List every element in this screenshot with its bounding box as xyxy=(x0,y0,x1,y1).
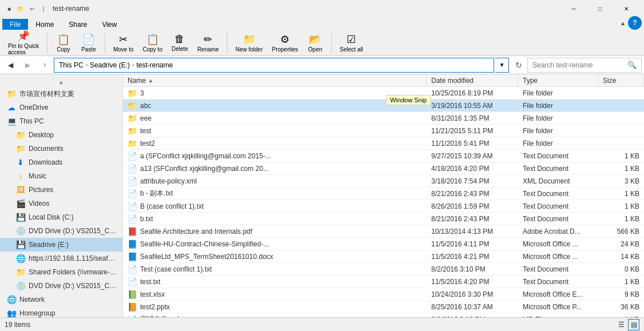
table-row[interactable]: 📄 b.txt 8/21/2016 2:43 PM Text Document … xyxy=(123,213,644,225)
table-row[interactable]: 📁 test 11/21/2015 5:11 PM File folder xyxy=(123,125,644,137)
sidebar-homegroup-label: Homegroup xyxy=(19,309,55,317)
file-name: Seafile-HU-Contract-Chinese-Simplified-.… xyxy=(140,240,269,248)
open-button[interactable]: 📂 Open xyxy=(304,32,327,54)
table-row[interactable]: 📄 Test (case conflict 1).txt 8/2/2016 3:… xyxy=(123,263,644,276)
file-name-cell: 📄 Test (case conflict 1).txt xyxy=(123,265,427,274)
sidebar-music-label: Music xyxy=(29,172,46,180)
file-name-cell: 📕 Seafile Architecture and Internals.pdf xyxy=(123,227,427,236)
delete-button[interactable]: 🗑 Delete xyxy=(168,32,192,53)
back-button[interactable]: ◀ xyxy=(2,58,18,73)
sidebar-item-downloads[interactable]: ⬇ Downloads xyxy=(0,155,122,169)
path-testrename: test-rename xyxy=(136,61,173,69)
file-type-cell: Adobe Acrobat D... xyxy=(518,228,598,236)
ribbon-collapse-icon[interactable]: ▲ xyxy=(620,20,626,26)
table-row[interactable]: 📄 test.txt 11/5/2016 4:20 PM Text Docume… xyxy=(123,276,644,288)
sidebar-item-thispc[interactable]: 💻 This PC xyxy=(0,114,122,128)
sidebar-item-shared[interactable]: 📁 Shared Folders (\\vmware-ho... xyxy=(0,265,122,279)
refresh-button[interactable]: ↻ xyxy=(511,58,526,73)
maximize-button[interactable]: □ xyxy=(587,0,613,17)
sidebar-item-network[interactable]: 🌐 Network xyxy=(0,293,122,306)
col-size-label: Size xyxy=(603,77,616,85)
file-name-cell: 📁 test xyxy=(123,126,427,135)
sidebar-thispc-label: This PC xyxy=(19,117,44,125)
main-layout: ▲ 📁 市场宣传材料文案 ☁ OneDrive 💻 This PC 📁 Desk… xyxy=(0,74,644,317)
col-header-name[interactable]: Name ▲ xyxy=(123,74,427,86)
table-row[interactable]: 📄 a (SFConflict xjqkilling@gmail.com 201… xyxy=(123,150,644,162)
help-button[interactable]: ? xyxy=(628,16,642,30)
copy-button[interactable]: 📋 Copy xyxy=(52,32,75,54)
sidebar-item-https[interactable]: 🌐 https://192.168.1.115/seafda... xyxy=(0,252,122,265)
sidebar-item-homegroup[interactable]: 👥 Homegroup xyxy=(0,306,122,317)
file-name: test2 xyxy=(140,139,155,147)
table-row[interactable]: 📁 3 10/25/2016 8:19 PM File folder xyxy=(123,87,644,99)
table-row[interactable]: 📁 test2 11/1/2016 5:41 PM File folder xyxy=(123,137,644,150)
table-row[interactable]: 📄 a13 (SFConflict xjqkilling@gmail.com 2… xyxy=(123,162,644,175)
sidebar-item-dvd2[interactable]: 💿 DVD Drive (D:) VS2015_COM_E... xyxy=(0,279,122,293)
file-size-cell: 3 KB xyxy=(598,177,644,185)
videos-icon: 🎬 xyxy=(16,199,25,208)
paste-button[interactable]: 📄 Paste xyxy=(77,32,100,54)
rename-button[interactable]: ✏ Rename xyxy=(194,32,222,54)
sidebar-item-music[interactable]: ♪ Music xyxy=(0,169,122,183)
close-button[interactable]: ✕ xyxy=(613,0,639,17)
sidebar-localdisk-label: Local Disk (C:) xyxy=(29,213,74,221)
details-view-button[interactable]: ▤ xyxy=(628,319,639,330)
col-header-size[interactable]: Size xyxy=(598,74,644,86)
table-row[interactable]: 📕 Seafile Architecture and Internals.pdf… xyxy=(123,225,644,238)
pin-to-quick-button[interactable]: 📌 Pin to Quickaccess xyxy=(5,29,42,57)
col-header-date[interactable]: Date modified xyxy=(427,74,518,86)
sidebar-item-videos[interactable]: 🎬 Videos xyxy=(0,197,122,210)
sidebar-item-localdisk[interactable]: 💾 Local Disk (C:) xyxy=(0,210,122,224)
move-button[interactable]: ✂ Move to xyxy=(110,32,137,54)
file-name-cell: 📁 abc xyxy=(123,101,427,110)
table-row[interactable]: 📄 attribute-policy.xml 3/18/2016 7:54 PM… xyxy=(123,175,644,188)
file-icon: 📄 xyxy=(128,202,137,211)
table-row[interactable]: 📁 eee 8/31/2016 1:35 PM File folder xyxy=(123,112,644,125)
list-view-button[interactable]: ☰ xyxy=(615,319,627,330)
properties-button[interactable]: ⚙ Properties xyxy=(269,32,302,54)
new-folder-button[interactable]: 📁 New folder xyxy=(232,32,267,54)
search-icon[interactable]: 🔍 xyxy=(627,61,637,69)
address-path[interactable]: This PC › Seadrive (E:) › test-rename xyxy=(54,58,494,73)
tab-view[interactable]: View xyxy=(94,19,124,30)
https-icon: 🌐 xyxy=(16,254,25,263)
file-type-cell: File folder xyxy=(518,102,598,110)
sidebar-item-onedrive[interactable]: ☁ OneDrive xyxy=(0,101,122,114)
new-folder-label: New folder xyxy=(236,46,263,53)
file-size-cell: 1 KB xyxy=(598,202,644,210)
search-input[interactable] xyxy=(532,61,625,69)
table-row[interactable]: 📄 B (case conflict 1).txt 8/26/2016 1:59… xyxy=(123,200,644,213)
sidebar-item-seadrive[interactable]: 💾 Seadrive (E:) xyxy=(0,238,122,252)
address-dropdown-button[interactable]: ▼ xyxy=(495,58,509,73)
file-type-cell: Microsoft Office ... xyxy=(518,253,598,261)
table-row[interactable]: 📘 Seafile-HU-Contract-Chinese-Simplified… xyxy=(123,238,644,250)
sidebar-scroll-up[interactable]: ▲ xyxy=(0,77,122,87)
sidebar-item-top-folder[interactable]: 📁 市场宣传材料文案 xyxy=(0,87,122,101)
sidebar-item-desktop[interactable]: 📁 Desktop xyxy=(0,128,122,142)
file-type-cell: MD File xyxy=(518,316,598,318)
music-icon: ♪ xyxy=(16,172,25,181)
copy-to-button[interactable]: 📋 Copy to xyxy=(140,32,166,54)
table-row[interactable]: 📗 test.xlsx 10/24/2016 3:30 PM Microsoft… xyxy=(123,288,644,301)
minimize-button[interactable]: ─ xyxy=(560,0,587,17)
address-bar: ◀ ▶ ↑ This PC › Seadrive (E:) › test-ren… xyxy=(0,56,644,74)
tab-share[interactable]: Share xyxy=(61,19,94,30)
file-type-cell: Text Document xyxy=(518,265,598,273)
title-bar-app-icons: ■ 📁 ↩ | xyxy=(5,4,48,13)
select-all-button[interactable]: ☑ Select all xyxy=(336,32,367,54)
sidebar-item-dvd1[interactable]: 💿 DVD Drive (D:) VS2015_COM_... xyxy=(0,224,122,238)
up-button[interactable]: ↑ xyxy=(37,58,53,73)
table-row[interactable]: 📁 abc 3/19/2016 10:55 AM File folder Win… xyxy=(123,99,644,112)
file-name-cell: 📁 eee xyxy=(123,114,427,123)
table-row[interactable]: 📄 测试文件.md 3/9/2016 3:18 PM MD File 1 KB xyxy=(123,313,644,317)
forward-button[interactable]: ▶ xyxy=(19,58,35,73)
table-row[interactable]: 📙 test2.pptx 8/25/2016 10:37 AM Microsof… xyxy=(123,301,644,313)
file-date-cell: 11/21/2015 5:11 PM xyxy=(427,127,518,135)
sidebar-item-documents[interactable]: 📁 Documents xyxy=(0,142,122,155)
desktop-icon: 📁 xyxy=(16,130,25,139)
col-header-type[interactable]: Type xyxy=(518,74,598,86)
table-row[interactable]: 📄 b - 副本.txt 8/21/2016 2:43 PM Text Docu… xyxy=(123,188,644,200)
table-row[interactable]: 📘 SeafileLtd_MPS_TermSheet20161010.docx … xyxy=(123,250,644,263)
sidebar-item-pictures[interactable]: 🖼 Pictures xyxy=(0,183,122,197)
file-date-cell: 4/18/2016 4:20 PM xyxy=(427,165,518,173)
